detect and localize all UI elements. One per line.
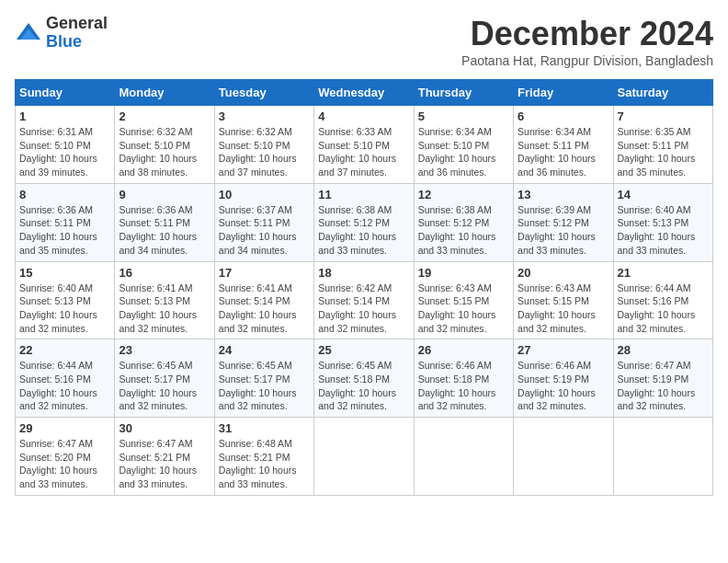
day-cell-2: 2Sunrise: 6:32 AMSunset: 5:10 PMDaylight… [115,106,214,184]
day-cell-13: 13Sunrise: 6:39 AMSunset: 5:12 PMDayligh… [514,183,613,261]
day-number: 7 [618,109,709,123]
day-info: Sunrise: 6:43 AMSunset: 5:15 PMDaylight:… [518,282,609,336]
day-info: Sunrise: 6:46 AMSunset: 5:19 PMDaylight:… [518,359,609,413]
day-number: 16 [119,266,210,280]
day-cell-6: 6Sunrise: 6:34 AMSunset: 5:11 PMDaylight… [514,106,613,184]
weekday-wednesday: Wednesday [314,80,414,106]
day-cell-8: 8Sunrise: 6:36 AMSunset: 5:11 PMDaylight… [16,183,115,261]
day-number: 1 [19,109,110,123]
location-subtitle: Paotana Hat, Rangpur Division, Banglades… [461,53,713,68]
day-info: Sunrise: 6:37 AMSunset: 5:11 PMDaylight:… [219,203,310,258]
logo-general: General [46,15,108,33]
day-number: 22 [19,343,110,357]
day-number: 31 [219,421,310,435]
logo: General Blue [15,15,108,52]
day-number: 3 [219,109,310,123]
day-number: 4 [318,109,409,123]
day-info: Sunrise: 6:39 AMSunset: 5:12 PMDaylight:… [518,203,609,258]
calendar-week-2: 8Sunrise: 6:36 AMSunset: 5:11 PMDaylight… [16,183,713,261]
day-cell-18: 18Sunrise: 6:42 AMSunset: 5:14 PMDayligh… [314,261,414,339]
day-number: 20 [518,266,609,280]
day-info: Sunrise: 6:41 AMSunset: 5:14 PMDaylight:… [219,282,310,336]
day-cell-29: 29Sunrise: 6:47 AMSunset: 5:20 PMDayligh… [16,418,115,496]
calendar-week-5: 29Sunrise: 6:47 AMSunset: 5:20 PMDayligh… [16,418,713,496]
day-number: 29 [19,421,110,435]
day-cell-11: 11Sunrise: 6:38 AMSunset: 5:12 PMDayligh… [314,183,414,261]
weekday-friday: Friday [514,80,613,106]
day-cell-1: 1Sunrise: 6:31 AMSunset: 5:10 PMDaylight… [16,106,115,184]
day-info: Sunrise: 6:34 AMSunset: 5:10 PMDaylight:… [418,125,509,179]
month-title: December 2024 [461,15,713,53]
day-cell-22: 22Sunrise: 6:44 AMSunset: 5:16 PMDayligh… [16,339,115,418]
day-info: Sunrise: 6:47 AMSunset: 5:19 PMDaylight:… [618,359,709,413]
day-info: Sunrise: 6:31 AMSunset: 5:10 PMDaylight:… [19,125,110,179]
day-info: Sunrise: 6:34 AMSunset: 5:11 PMDaylight:… [518,125,609,179]
day-number: 21 [618,266,709,280]
day-number: 10 [219,188,310,201]
day-info: Sunrise: 6:32 AMSunset: 5:10 PMDaylight:… [219,125,310,179]
day-number: 27 [518,343,609,357]
empty-cell [314,418,414,496]
logo-icon [15,19,42,47]
day-info: Sunrise: 6:44 AMSunset: 5:16 PMDaylight:… [19,359,110,413]
day-cell-15: 15Sunrise: 6:40 AMSunset: 5:13 PMDayligh… [16,261,115,339]
day-info: Sunrise: 6:47 AMSunset: 5:20 PMDaylight:… [19,437,110,491]
weekday-tuesday: Tuesday [214,80,313,106]
day-info: Sunrise: 6:43 AMSunset: 5:15 PMDaylight:… [418,282,509,336]
day-cell-25: 25Sunrise: 6:45 AMSunset: 5:18 PMDayligh… [314,339,414,418]
day-cell-4: 4Sunrise: 6:33 AMSunset: 5:10 PMDaylight… [314,106,414,184]
day-number: 28 [618,343,709,357]
day-info: Sunrise: 6:45 AMSunset: 5:17 PMDaylight:… [219,359,310,413]
day-cell-24: 24Sunrise: 6:45 AMSunset: 5:17 PMDayligh… [214,339,313,418]
day-info: Sunrise: 6:48 AMSunset: 5:21 PMDaylight:… [219,437,310,491]
day-cell-26: 26Sunrise: 6:46 AMSunset: 5:18 PMDayligh… [414,339,513,418]
weekday-header-row: SundayMondayTuesdayWednesdayThursdayFrid… [16,80,713,106]
day-info: Sunrise: 6:35 AMSunset: 5:11 PMDaylight:… [618,125,709,179]
day-cell-23: 23Sunrise: 6:45 AMSunset: 5:17 PMDayligh… [115,339,214,418]
day-number: 25 [318,343,409,357]
day-number: 24 [219,343,310,357]
day-info: Sunrise: 6:40 AMSunset: 5:13 PMDaylight:… [19,282,110,336]
day-number: 30 [119,421,210,435]
day-cell-20: 20Sunrise: 6:43 AMSunset: 5:15 PMDayligh… [514,261,613,339]
day-info: Sunrise: 6:45 AMSunset: 5:17 PMDaylight:… [119,359,210,413]
day-info: Sunrise: 6:42 AMSunset: 5:14 PMDaylight:… [318,282,409,336]
day-info: Sunrise: 6:38 AMSunset: 5:12 PMDaylight:… [318,203,409,258]
page-header: General Blue December 2024 Paotana Hat, … [15,15,713,75]
weekday-monday: Monday [115,80,214,106]
day-cell-14: 14Sunrise: 6:40 AMSunset: 5:13 PMDayligh… [613,183,712,261]
day-cell-12: 12Sunrise: 6:38 AMSunset: 5:12 PMDayligh… [414,183,513,261]
calendar-body: 1Sunrise: 6:31 AMSunset: 5:10 PMDaylight… [16,106,713,496]
empty-cell [613,418,712,496]
weekday-thursday: Thursday [414,80,513,106]
day-number: 17 [219,266,310,280]
day-cell-10: 10Sunrise: 6:37 AMSunset: 5:11 PMDayligh… [214,183,313,261]
day-info: Sunrise: 6:45 AMSunset: 5:18 PMDaylight:… [318,359,409,413]
day-info: Sunrise: 6:41 AMSunset: 5:13 PMDaylight:… [119,282,210,336]
day-number: 18 [318,266,409,280]
day-number: 9 [119,188,210,201]
day-info: Sunrise: 6:33 AMSunset: 5:10 PMDaylight:… [318,125,409,179]
day-number: 12 [418,188,509,201]
day-info: Sunrise: 6:38 AMSunset: 5:12 PMDaylight:… [418,203,509,258]
day-number: 11 [318,188,409,201]
calendar-week-3: 15Sunrise: 6:40 AMSunset: 5:13 PMDayligh… [16,261,713,339]
day-cell-30: 30Sunrise: 6:47 AMSunset: 5:21 PMDayligh… [115,418,214,496]
logo-text: General Blue [46,15,108,52]
day-number: 8 [19,188,110,201]
day-cell-19: 19Sunrise: 6:43 AMSunset: 5:15 PMDayligh… [414,261,513,339]
calendar-week-4: 22Sunrise: 6:44 AMSunset: 5:16 PMDayligh… [16,339,713,418]
day-number: 15 [19,266,110,280]
calendar-week-1: 1Sunrise: 6:31 AMSunset: 5:10 PMDaylight… [16,106,713,184]
day-cell-31: 31Sunrise: 6:48 AMSunset: 5:21 PMDayligh… [214,418,313,496]
day-info: Sunrise: 6:36 AMSunset: 5:11 PMDaylight:… [119,203,210,258]
day-number: 13 [518,188,609,201]
day-number: 19 [418,266,509,280]
day-cell-3: 3Sunrise: 6:32 AMSunset: 5:10 PMDaylight… [214,106,313,184]
day-cell-17: 17Sunrise: 6:41 AMSunset: 5:14 PMDayligh… [214,261,313,339]
day-cell-7: 7Sunrise: 6:35 AMSunset: 5:11 PMDaylight… [613,106,712,184]
day-number: 6 [518,109,609,123]
day-cell-21: 21Sunrise: 6:44 AMSunset: 5:16 PMDayligh… [613,261,712,339]
day-info: Sunrise: 6:44 AMSunset: 5:16 PMDaylight:… [618,282,709,336]
calendar-table: SundayMondayTuesdayWednesdayThursdayFrid… [15,79,713,496]
